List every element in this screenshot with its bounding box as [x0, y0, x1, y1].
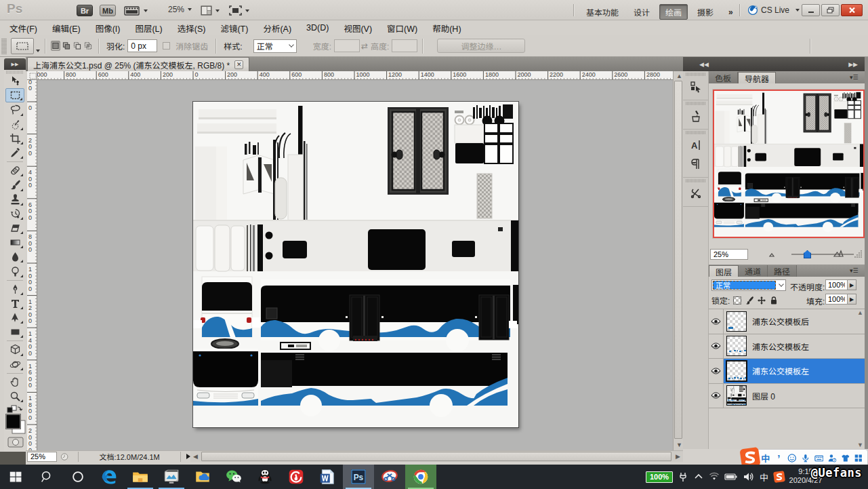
workspace-摄影[interactable]: 摄影: [692, 5, 719, 19]
screen-mode-button[interactable]: [229, 5, 249, 16]
layer-row-0[interactable]: 浦东公交模板后: [709, 309, 865, 334]
scroll-right-icon[interactable]: ▶: [676, 454, 680, 460]
tool-preset-button[interactable]: [11, 38, 34, 54]
panel-tab-图层[interactable]: 图层: [709, 265, 739, 277]
tool-path-select[interactable]: [5, 311, 24, 325]
default-colors-icon[interactable]: [6, 405, 24, 414]
feather-input[interactable]: [127, 39, 157, 52]
tool-healing-brush[interactable]: [5, 163, 24, 178]
layer-thumbnail[interactable]: [726, 385, 747, 406]
zoom-in-icon[interactable]: [833, 250, 847, 258]
taskbar-scissors[interactable]: [374, 465, 405, 489]
tool-eraser[interactable]: [5, 221, 24, 235]
layer-row-1[interactable]: 浦东公交模板左: [709, 334, 865, 359]
layer-thumbnail[interactable]: [726, 361, 747, 381]
menu-A[interactable]: 分析(A): [255, 20, 299, 37]
opacity-input[interactable]: [825, 279, 848, 290]
taskbar-word[interactable]: [312, 465, 343, 489]
soft-keyboard-icon[interactable]: [814, 453, 824, 463]
ime-indicator[interactable]: 中: [760, 471, 768, 484]
document-tab[interactable]: 上海浦东公交1.psd @ 25% (浦东公交模板左, RGB/8) * ✕: [27, 57, 249, 71]
taskbar-start[interactable]: [0, 465, 31, 489]
visibility-toggle[interactable]: [709, 359, 724, 383]
scroll-up-icon[interactable]: ▲: [676, 73, 682, 79]
layer-row-2[interactable]: 浦东公交模板左: [709, 359, 865, 384]
scroll-up-icon[interactable]: ▲: [857, 310, 863, 316]
toolbox-grid-icon[interactable]: [854, 453, 863, 463]
lock-position-button[interactable]: [757, 296, 766, 305]
panel-grip[interactable]: [686, 73, 705, 76]
swap-dimensions-icon[interactable]: ⇄: [361, 41, 367, 51]
tool-zoom[interactable]: [5, 389, 24, 404]
status-flyout-icon[interactable]: [186, 454, 190, 459]
width-input[interactable]: [334, 39, 360, 52]
taskbar-search[interactable]: [31, 465, 62, 489]
tool-rect-marquee[interactable]: [5, 88, 24, 102]
lock-image-pixels-button[interactable]: [745, 296, 754, 305]
tool-clone-stamp[interactable]: [5, 193, 24, 207]
menu-3DD[interactable]: 3D(D): [299, 21, 336, 35]
ime-punctuation-icon[interactable]: ’: [774, 453, 784, 463]
arrange-documents-button[interactable]: [201, 5, 220, 16]
battery-icon[interactable]: [724, 471, 738, 482]
menu-I[interactable]: 图像(I): [88, 20, 128, 37]
zoom-out-icon[interactable]: [768, 251, 781, 258]
character-panel-icon[interactable]: [687, 136, 705, 154]
panel-tab-导航器[interactable]: 导航器: [738, 72, 776, 83]
tool-blur[interactable]: [5, 250, 24, 264]
brush-presets-panel-icon[interactable]: [687, 107, 705, 125]
scrollbar-thumb[interactable]: [674, 81, 682, 439]
panel-menu-icon[interactable]: ▾☰: [850, 267, 861, 274]
menu-F[interactable]: 文件(F): [2, 20, 45, 37]
document-canvas[interactable]: [193, 102, 518, 427]
quick-mask-button[interactable]: [7, 437, 24, 448]
opacity-control[interactable]: ▶: [825, 279, 856, 290]
clone-source-panel-icon[interactable]: [687, 78, 705, 96]
cs-live-button[interactable]: CS Live: [747, 5, 800, 16]
workspace-绘画[interactable]: 绘画: [659, 4, 688, 20]
minimize-button[interactable]: [802, 4, 820, 16]
tool-type[interactable]: [5, 296, 24, 311]
scroll-down-icon[interactable]: ▼: [857, 442, 863, 448]
tool-3d-orbit[interactable]: [5, 357, 24, 372]
workspace-设计[interactable]: 设计: [628, 5, 655, 19]
vertical-ruler[interactable]: 2000200400600800100012001400160018002000: [27, 80, 37, 450]
panel-resize-grip[interactable]: [854, 250, 863, 258]
menu-T[interactable]: 滤镜(T): [213, 20, 255, 37]
close-button[interactable]: [841, 4, 863, 16]
show-hidden-icons-chevron[interactable]: [693, 471, 704, 482]
canvas-viewport[interactable]: [37, 80, 673, 450]
volume-icon[interactable]: [743, 471, 755, 482]
opacity-spinner-icon[interactable]: ▶: [848, 279, 856, 290]
tool-quick-select[interactable]: [5, 117, 24, 132]
microphone-icon[interactable]: [801, 453, 810, 463]
horizontal-scrollbar[interactable]: ◀ ▶: [190, 450, 683, 462]
launch-bridge-button[interactable]: Br: [77, 5, 93, 16]
menu-L[interactable]: 图层(L): [127, 20, 169, 37]
battery-percentage-badge[interactable]: 100%: [646, 471, 673, 483]
fill-spinner-icon[interactable]: ▶: [848, 294, 856, 305]
taskbar-wechat[interactable]: [218, 465, 249, 489]
fill-input[interactable]: [825, 294, 848, 305]
height-input[interactable]: [392, 39, 417, 52]
tool-lasso[interactable]: [5, 102, 24, 117]
selection-mode-new[interactable]: [51, 41, 60, 51]
layers-scrollbar[interactable]: ▲ ▼: [854, 309, 865, 450]
panel-grip[interactable]: [686, 102, 705, 105]
collapse-main-dock-icon[interactable]: ▶▶: [848, 61, 858, 68]
tool-eyedropper[interactable]: [5, 146, 24, 160]
restore-button[interactable]: [821, 4, 840, 16]
layer-row-3[interactable]: 图层 0: [709, 384, 865, 409]
skin-icon[interactable]: [841, 453, 850, 463]
tool-dodge[interactable]: [5, 264, 24, 278]
login-person-icon[interactable]: [827, 453, 837, 463]
style-select[interactable]: 正常: [253, 39, 297, 53]
network-wifi-icon[interactable]: [709, 471, 720, 482]
foreground-background-swatches[interactable]: [5, 414, 26, 434]
taskbar-edge[interactable]: [94, 465, 125, 489]
panel-tab-色板[interactable]: 色板: [709, 72, 738, 83]
taskbar-netease-music[interactable]: [281, 465, 312, 489]
launch-minibridge-button[interactable]: Mb: [100, 5, 116, 16]
taskbar-photos[interactable]: [156, 465, 187, 489]
vertical-scrollbar[interactable]: ▲ ▼: [673, 71, 683, 450]
